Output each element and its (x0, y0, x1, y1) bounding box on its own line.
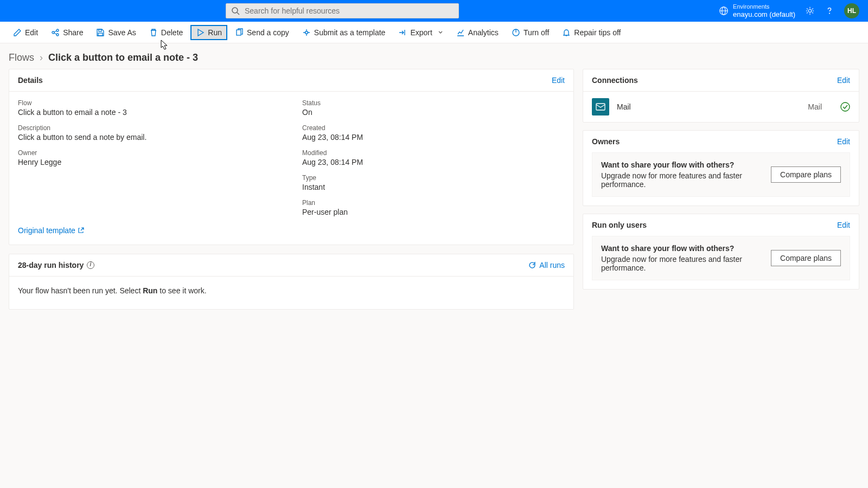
info-icon[interactable] (87, 261, 94, 269)
topbar-right: Environments enayu.com (default) HL (719, 3, 859, 19)
svg-rect-14 (237, 30, 241, 35)
power-icon (512, 28, 520, 37)
gear-icon[interactable] (805, 6, 815, 16)
label: Edit (25, 28, 38, 37)
compare-plans-button[interactable]: Compare plans (771, 166, 841, 183)
chevron-down-icon (438, 30, 443, 35)
owner-value: Henry Legge (18, 158, 280, 166)
breadcrumb-root[interactable]: Flows (9, 52, 34, 63)
environment-picker[interactable]: Environments enayu.com (default) (719, 3, 795, 19)
label: Export (410, 28, 432, 37)
bell-icon (562, 28, 571, 37)
chevron-right-icon: › (40, 52, 43, 63)
repair-tips-button[interactable]: Repair tips off (557, 25, 626, 40)
svg-rect-13 (98, 33, 103, 36)
connections-edit-link[interactable]: Edit (837, 76, 850, 85)
status-label: Status (302, 99, 565, 107)
owners-upgrade-box: Want to share your flow with others? Upg… (592, 152, 850, 197)
connections-card: Connections Edit Mail Mail (583, 69, 859, 123)
send-copy-button[interactable]: Send a copy (229, 25, 295, 40)
submit-template-button[interactable]: Submit as a template (297, 25, 391, 40)
label: Original template (18, 226, 75, 235)
owners-title: Owners (592, 137, 620, 146)
template-icon (302, 28, 311, 37)
svg-point-5 (808, 9, 811, 12)
all-runs-link[interactable]: All runs (528, 261, 565, 269)
svg-line-10 (54, 31, 56, 32)
env-label: Environments (733, 3, 795, 10)
compare-plans-button[interactable]: Compare plans (771, 250, 841, 266)
main-column: Details Edit FlowClick a button to email… (9, 69, 574, 310)
label: Submit as a template (314, 28, 386, 37)
connections-header: Connections Edit (583, 69, 859, 92)
side-column: Connections Edit Mail Mail Owners Edit W… (583, 69, 859, 310)
flow-label: Flow (18, 99, 280, 107)
label: Turn off (524, 28, 549, 37)
svg-rect-12 (99, 29, 101, 31)
created-value: Aug 23, 08:14 PM (302, 133, 565, 142)
svg-point-8 (56, 29, 59, 31)
search-input[interactable] (226, 3, 459, 18)
mail-icon (592, 98, 609, 115)
details-card: Details Edit FlowClick a button to email… (9, 69, 574, 245)
content-area: Details Edit FlowClick a button to email… (0, 69, 868, 318)
desc-value: Click a button to send a note by email. (18, 133, 280, 142)
search-icon (231, 7, 240, 15)
details-header: Details Edit (9, 69, 573, 92)
connection-item[interactable]: Mail Mail (583, 92, 859, 122)
type-value: Instant (302, 183, 565, 191)
help-icon[interactable] (825, 6, 834, 16)
share-button[interactable]: Share (46, 25, 88, 40)
analytics-button[interactable]: Analytics (451, 25, 504, 40)
connection-type: Mail (808, 102, 822, 111)
history-title: 28-day run history (18, 261, 84, 269)
label: Share (63, 28, 83, 37)
refresh-icon (528, 261, 536, 269)
export-icon (398, 28, 407, 37)
label: Delete (161, 28, 183, 37)
avatar[interactable]: HL (844, 3, 859, 18)
check-circle-icon (840, 102, 850, 112)
edit-button[interactable]: Edit (8, 25, 43, 40)
globe-icon (719, 6, 729, 16)
svg-line-11 (54, 33, 56, 34)
label: Send a copy (247, 28, 289, 37)
connection-name: Mail (617, 102, 800, 111)
save-as-button[interactable]: Save As (91, 25, 141, 40)
play-icon (196, 28, 205, 37)
owners-header: Owners Edit (583, 131, 859, 152)
svg-point-7 (52, 31, 54, 34)
turn-off-button[interactable]: Turn off (506, 25, 554, 40)
label: Run (208, 28, 222, 37)
delete-button[interactable]: Delete (144, 25, 188, 40)
modified-value: Aug 23, 08:14 PM (302, 158, 565, 166)
flow-value: Click a button to email a note - 3 (18, 108, 280, 117)
details-title: Details (18, 76, 43, 85)
upgrade-title: Want to share your flow with others? (601, 160, 760, 169)
history-header: 28-day run history All runs (9, 254, 573, 277)
run-only-title: Run only users (592, 221, 647, 229)
run-button[interactable]: Run (190, 25, 227, 40)
env-name: enayu.com (default) (733, 10, 795, 19)
search-wrap (226, 3, 459, 18)
svg-point-19 (841, 102, 850, 111)
run-only-card: Run only users Edit Want to share your f… (583, 214, 859, 290)
svg-rect-18 (596, 104, 605, 110)
created-label: Created (302, 124, 565, 132)
run-only-header: Run only users Edit (583, 214, 859, 236)
original-template-link[interactable]: Original template (18, 226, 84, 235)
run-only-edit-link[interactable]: Edit (837, 221, 850, 229)
external-link-icon (78, 227, 84, 234)
owners-edit-link[interactable]: Edit (837, 137, 850, 146)
svg-line-1 (237, 12, 239, 15)
label: Repair tips off (574, 28, 621, 37)
top-header: Environments enayu.com (default) HL (0, 0, 868, 22)
owners-card: Owners Edit Want to share your flow with… (583, 130, 859, 206)
copy-icon (235, 28, 244, 37)
pencil-icon (13, 28, 22, 37)
breadcrumb-current: Click a button to email a note - 3 (48, 52, 198, 63)
plan-label: Plan (302, 199, 565, 207)
connections-title: Connections (592, 76, 638, 85)
details-edit-link[interactable]: Edit (552, 76, 565, 85)
export-button[interactable]: Export (393, 25, 448, 40)
